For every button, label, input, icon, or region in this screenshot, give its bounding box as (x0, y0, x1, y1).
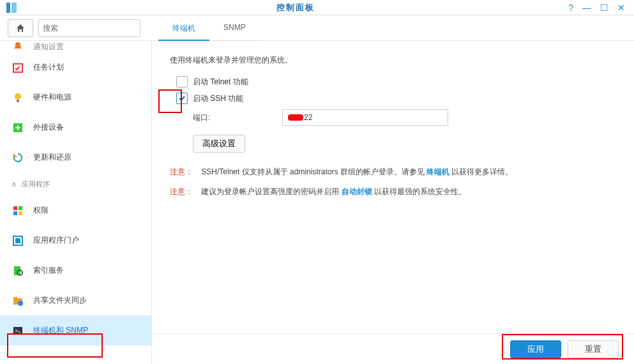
help-icon[interactable]: ? (568, 3, 573, 13)
sidebar-item-label: 更新和还原 (33, 152, 72, 163)
tab-terminal[interactable]: 终端机 (158, 17, 209, 40)
port-input[interactable]: 22 (282, 109, 448, 126)
sidebar-item-external-devices[interactable]: 外接设备 (0, 112, 151, 142)
sidebar-section-apps[interactable]: ∧ 应用程序 (0, 172, 151, 195)
sidebar-item-hardware-power[interactable]: 硬件和电源 (0, 82, 151, 112)
sidebar-item-label: 外接设备 (33, 122, 64, 133)
svg-rect-1 (11, 3, 17, 13)
checkbox-ssh[interactable] (176, 93, 188, 104)
port-redaction (288, 114, 303, 121)
calendar-check-icon (11, 61, 24, 74)
tab-bar: 终端机 SNMP (158, 17, 260, 41)
svg-rect-9 (19, 206, 22, 210)
svg-rect-17 (13, 297, 17, 299)
toolbar: 终端机 SNMP (0, 15, 634, 41)
svg-rect-13 (15, 238, 20, 243)
titlebar: 控制面板 ? — ☐ ✕ (0, 0, 634, 15)
folder-sync-icon (11, 294, 24, 307)
sidebar-item-label: 终端机和 SNMP (33, 325, 88, 336)
close-icon[interactable]: ✕ (617, 3, 625, 13)
window-title: 控制面板 (23, 2, 568, 13)
telnet-label: 启动 Telnet 功能 (193, 77, 248, 87)
window-icon (11, 234, 24, 247)
sidebar: 通知设置 任务计划 硬件和电源 外接设备 更新和还原 ∧ 应用程序 权限 (0, 41, 152, 364)
svg-rect-11 (19, 211, 22, 215)
bulb-icon (11, 91, 24, 104)
tab-snmp[interactable]: SNMP (209, 17, 260, 40)
intro-text: 使用终端机来登录并管理您的系统。 (170, 55, 616, 66)
reset-button[interactable]: 重置 (568, 340, 619, 358)
sidebar-item-update-restore[interactable]: 更新和还原 (0, 142, 151, 172)
bell-icon (11, 41, 24, 52)
refresh-icon (11, 151, 24, 164)
sidebar-item-privileges[interactable]: 权限 (0, 195, 151, 225)
sidebar-item-label: 通知设置 (33, 42, 64, 52)
search-doc-icon (11, 264, 24, 277)
maximize-icon[interactable]: ☐ (600, 3, 608, 13)
sidebar-item-label: 权限 (33, 205, 49, 216)
apply-button[interactable]: 应用 (510, 340, 561, 358)
svg-point-5 (15, 93, 21, 100)
sidebar-item-terminal-snmp[interactable]: 终端机和 SNMP (0, 315, 151, 345)
sidebar-item-label: 索引服务 (33, 265, 64, 276)
chevron-up-icon: ∧ (11, 180, 17, 188)
link-auto-block[interactable]: 自动封锁 (342, 187, 372, 196)
sidebar-item-app-portal[interactable]: 应用程序门户 (0, 225, 151, 255)
body: 通知设置 任务计划 硬件和电源 外接设备 更新和还原 ∧ 应用程序 权限 (0, 41, 634, 364)
terminal-icon (11, 324, 24, 337)
sidebar-item-index-service[interactable]: 索引服务 (0, 255, 151, 285)
note-security: 注意： 建议为登录帐户设置高强度的密码并启用 自动封锁 以获得最强的系统安全性。 (170, 186, 616, 197)
minimize-icon[interactable]: — (582, 3, 591, 13)
sidebar-item-notifications[interactable]: 通知设置 (0, 41, 151, 52)
sidebar-item-shared-sync[interactable]: 共享文件夹同步 (0, 285, 151, 315)
sidebar-item-label: 共享文件夹同步 (33, 295, 87, 306)
port-label: 端口: (193, 112, 269, 123)
grid-icon (11, 204, 24, 217)
link-terminal-help[interactable]: 终端机 (426, 167, 449, 176)
sidebar-item-label: 任务计划 (33, 62, 64, 73)
advanced-settings-button[interactable]: 高级设置 (193, 135, 245, 153)
svg-rect-6 (17, 100, 19, 102)
ssh-label: 启动 SSH 功能 (193, 93, 243, 104)
search-box[interactable] (38, 19, 140, 37)
panel-terminal: 使用终端机来登录并管理您的系统。 启动 Telnet 功能 启动 SSH 功能 … (152, 41, 634, 333)
sidebar-item-task-scheduler[interactable]: 任务计划 (0, 52, 151, 82)
checkbox-telnet[interactable] (176, 76, 188, 87)
sidebar-item-label: 应用程序门户 (33, 235, 79, 246)
svg-rect-10 (13, 211, 17, 215)
svg-point-18 (18, 301, 23, 306)
note-admin: 注意： SSH/Telnet 仅支持从属于 administrators 群组的… (170, 167, 616, 178)
home-button[interactable] (8, 19, 33, 37)
svg-rect-8 (13, 206, 17, 210)
svg-rect-0 (6, 3, 10, 13)
content: 使用终端机来登录并管理您的系统。 启动 Telnet 功能 启动 SSH 功能 … (152, 41, 634, 364)
search-input[interactable] (43, 24, 139, 33)
footer: 应用 重置 (152, 333, 634, 364)
app-icon (0, 0, 23, 15)
sidebar-item-label: 硬件和电源 (33, 92, 72, 103)
plus-box-icon (11, 121, 24, 134)
